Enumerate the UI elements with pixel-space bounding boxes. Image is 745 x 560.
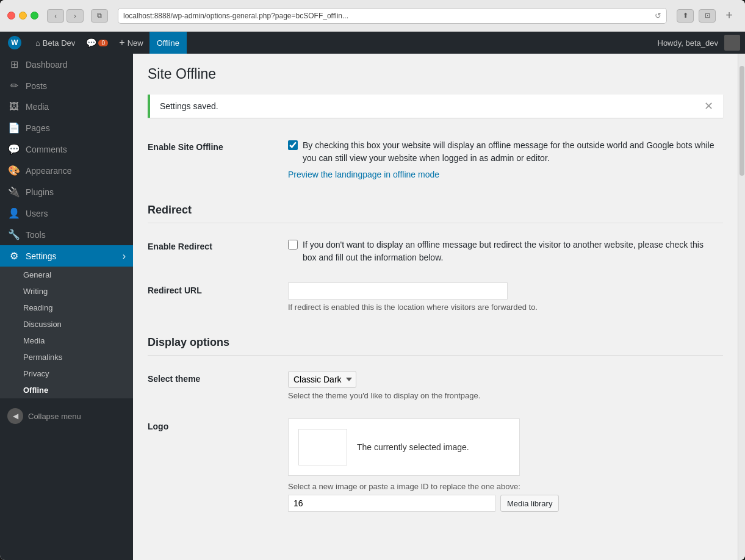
media-library-button[interactable]: Media library — [500, 495, 559, 512]
posts-icon: ✏ — [7, 80, 21, 92]
sidebar-label-users: Users — [26, 209, 48, 218]
wp-admin-bar: W ⌂ Beta Dev 💬 0 + New Offline Howdy, be… — [0, 32, 745, 54]
select-theme-label: Select theme — [148, 362, 282, 409]
tools-icon: 🔧 — [7, 229, 21, 240]
enable-redirect-checkbox[interactable] — [288, 240, 298, 249]
share-button[interactable]: ⬆ — [677, 9, 694, 23]
theme-help-text: Select the theme you'd like to display o… — [288, 391, 717, 400]
scrollbar-thumb[interactable] — [740, 66, 744, 176]
wp-sidebar: ⊞ Dashboard ✏ Posts 🖼 Media 📄 Pages 💬 — [0, 54, 133, 560]
enable-offline-description: By checking this box your website will d… — [303, 139, 717, 165]
comment-bubble-icon: 💬 — [86, 38, 96, 48]
logo-image-placeholder — [298, 429, 347, 465]
sidebar-label-posts: Posts — [26, 81, 47, 91]
preview-offline-link[interactable]: Preview the landingpage in offline mode — [288, 170, 717, 179]
admin-bar-comments[interactable]: 💬 0 — [81, 32, 113, 54]
sidebar-item-pages[interactable]: 📄 Pages — [0, 117, 133, 138]
sidebar-label-media: Media — [26, 102, 49, 112]
reload-button[interactable]: ↺ — [655, 11, 661, 20]
notice-dismiss-button[interactable]: ✕ — [704, 101, 713, 112]
enable-redirect-row: Enable Redirect If you don't want to dis… — [148, 229, 723, 273]
sidebar-toggle-button[interactable]: ⊡ — [699, 9, 716, 23]
back-button[interactable]: ‹ — [47, 9, 64, 23]
redirect-url-cell: If redirect is enabled this is the locat… — [282, 273, 723, 321]
howdy-text: Howdy, beta_dev — [652, 38, 725, 48]
redirect-section-heading: Redirect — [148, 195, 723, 223]
enable-offline-checkbox[interactable] — [288, 140, 298, 150]
sidebar-item-appearance[interactable]: 🎨 Appearance — [0, 160, 133, 181]
redirect-url-row: Redirect URL If redirect is enabled this… — [148, 273, 723, 321]
sidebar-item-users[interactable]: 👤 Users — [0, 203, 133, 224]
wp-body: ⊞ Dashboard ✏ Posts 🖼 Media 📄 Pages 💬 — [0, 54, 745, 560]
sidebar-sub-item-privacy[interactable]: Privacy — [0, 365, 133, 382]
theme-select[interactable]: Classic Dark Classic Light Minimal — [288, 371, 356, 388]
settings-submenu: General Writing Reading Discussion Media… — [0, 267, 133, 398]
sidebar-label-plugins: Plugins — [26, 187, 54, 197]
sidebar-sub-item-permalinks[interactable]: Permalinks — [0, 349, 133, 365]
redirect-url-label: Redirect URL — [148, 273, 282, 321]
close-button[interactable] — [7, 12, 15, 20]
new-tab-button[interactable]: + — [721, 7, 738, 24]
logo-cell: The currently selected image. Select a n… — [282, 409, 723, 521]
sidebar-sub-item-offline[interactable]: Offline — [0, 382, 133, 398]
mac-window: ‹ › ⧉ localhost:8888/wp-admin/options-ge… — [0, 0, 745, 560]
window-mode-button[interactable]: ⧉ — [91, 9, 108, 23]
enable-redirect-label: Enable Redirect — [148, 229, 282, 273]
redirect-heading-row: Redirect — [148, 188, 723, 229]
scrollbar-track[interactable] — [738, 54, 745, 560]
admin-bar-right: Howdy, beta_dev — [652, 35, 746, 51]
collapse-label: Collapse menu — [28, 412, 81, 421]
toolbar-right: ⬆ ⊡ — [677, 9, 716, 23]
plus-icon: + — [119, 37, 124, 48]
enable-offline-label: Enable Site Offline — [148, 130, 282, 188]
settings-form-table: Enable Site Offline By checking this box… — [148, 130, 723, 521]
redirect-url-input[interactable] — [288, 282, 508, 300]
sidebar-sub-item-reading[interactable]: Reading — [0, 300, 133, 316]
sidebar-sub-item-writing[interactable]: Writing — [0, 283, 133, 300]
select-theme-cell: Classic Dark Classic Light Minimal Selec… — [282, 362, 723, 409]
sidebar-item-media[interactable]: 🖼 Media — [0, 96, 133, 117]
collapse-menu[interactable]: ◀ Collapse menu — [0, 403, 133, 429]
sidebar-sub-item-media[interactable]: Media — [0, 332, 133, 349]
sidebar-item-settings[interactable]: ⚙ Settings › — [0, 245, 133, 267]
sidebar-menu: ⊞ Dashboard ✏ Posts 🖼 Media 📄 Pages 💬 — [0, 54, 133, 267]
sidebar-item-plugins[interactable]: 🔌 Plugins — [0, 181, 133, 203]
logo-preview-text: The currently selected image. — [357, 442, 469, 452]
maximize-button[interactable] — [31, 12, 38, 20]
enable-offline-row: Enable Site Offline By checking this box… — [148, 130, 723, 188]
sidebar-item-comments[interactable]: 💬 Comments — [0, 138, 133, 160]
logo-id-input[interactable] — [288, 495, 495, 512]
minimize-button[interactable] — [19, 12, 27, 20]
address-bar[interactable]: localhost:8888/wp-admin/options-general.… — [118, 8, 667, 24]
admin-bar-new[interactable]: + New — [113, 32, 149, 54]
admin-bar-offline[interactable]: Offline — [149, 32, 187, 54]
navigation-buttons: ‹ › — [47, 9, 84, 23]
collapse-icon: ◀ — [7, 408, 23, 424]
sidebar-item-dashboard[interactable]: ⊞ Dashboard — [0, 54, 133, 75]
sidebar-sub-item-general[interactable]: General — [0, 267, 133, 283]
select-theme-row: Select theme Classic Dark Classic Light … — [148, 362, 723, 409]
plugins-icon: 🔌 — [7, 186, 21, 198]
comments-icon: 💬 — [7, 143, 21, 155]
enable-redirect-description: If you don't want to display an offline … — [303, 239, 717, 264]
sidebar-item-posts[interactable]: ✏ Posts — [0, 75, 133, 96]
page-title: Site Offline — [148, 66, 723, 82]
title-bar: ‹ › ⧉ localhost:8888/wp-admin/options-ge… — [0, 0, 745, 32]
forward-button[interactable]: › — [67, 9, 84, 23]
sidebar-label-settings: Settings — [26, 251, 57, 261]
user-avatar — [724, 35, 740, 51]
sidebar-item-tools[interactable]: 🔧 Tools — [0, 224, 133, 245]
sidebar-label-tools: Tools — [26, 230, 46, 240]
dashboard-icon: ⊞ — [7, 59, 21, 70]
settings-icon: ⚙ — [7, 250, 21, 262]
sidebar-sub-item-discussion[interactable]: Discussion — [0, 316, 133, 332]
admin-bar-site-name[interactable]: ⌂ Beta Dev — [29, 32, 81, 54]
traffic-lights — [7, 12, 38, 20]
home-icon: ⌂ — [35, 38, 40, 48]
settings-arrow-icon: › — [123, 251, 126, 262]
display-options-heading-row: Display options — [148, 321, 723, 362]
media-icon: 🖼 — [7, 101, 21, 112]
notice-text: Settings saved. — [160, 101, 218, 111]
wp-logo-button[interactable]: W — [0, 32, 29, 54]
logo-preview-box: The currently selected image. — [288, 418, 520, 476]
